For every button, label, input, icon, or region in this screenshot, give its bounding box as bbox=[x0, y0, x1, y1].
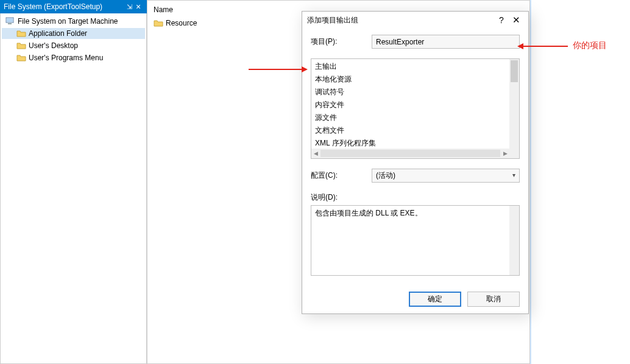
scrollbar-corner bbox=[509, 149, 519, 158]
description-text: 包含由项目生成的 DLL 或 EXE。 bbox=[315, 209, 422, 217]
folder-icon bbox=[16, 54, 26, 62]
tree-item-label: User's Desktop bbox=[29, 41, 78, 50]
output-item[interactable]: XML 序列化程序集 bbox=[314, 137, 507, 149]
list-item-label: Resource bbox=[166, 19, 197, 27]
scrollbar-horizontal[interactable]: ◀ ▶ bbox=[311, 149, 509, 158]
config-combo[interactable]: (活动) ▾ bbox=[372, 169, 520, 183]
add-output-group-dialog: 添加项目输出组 ? ✕ 项目(P): ResultExporter 主输出 本地… bbox=[302, 11, 529, 314]
folder-icon bbox=[154, 19, 163, 27]
help-icon[interactable]: ? bbox=[494, 15, 509, 25]
project-value: ResultExporter bbox=[376, 38, 424, 46]
tree-pane: File System on Target Machine Applicatio… bbox=[0, 13, 147, 364]
output-listbox-inner: 主输出 本地化资源 调试符号 内容文件 源文件 文档文件 XML 序列化程序集 bbox=[311, 59, 509, 149]
description-box: 包含由项目生成的 DLL 或 EXE。 bbox=[311, 205, 520, 276]
description-label: 说明(D): bbox=[311, 192, 520, 203]
scroll-right-icon[interactable]: ▶ bbox=[501, 150, 509, 156]
computer-icon bbox=[5, 17, 15, 26]
config-field-row: 配置(C): (活动) ▾ bbox=[311, 169, 520, 183]
docked-window-titlebar: File System (ExportToolSetup) ⇲ × bbox=[0, 0, 147, 13]
cancel-button-label: 取消 bbox=[486, 294, 501, 304]
ok-button-label: 确定 bbox=[428, 294, 442, 304]
config-label: 配置(C): bbox=[311, 170, 372, 181]
project-field-row: 项目(P): ResultExporter bbox=[311, 35, 520, 49]
pin-icon[interactable]: ⇲ bbox=[125, 3, 133, 11]
output-item[interactable]: 主输出 bbox=[314, 60, 507, 73]
dialog-title: 添加项目输出组 bbox=[307, 15, 494, 26]
scrollbar-vertical[interactable] bbox=[509, 206, 519, 275]
config-value: (活动) bbox=[376, 170, 395, 181]
scrollbar-thumb[interactable] bbox=[511, 60, 518, 82]
tree-item-application-folder[interactable]: Application Folder bbox=[2, 28, 145, 39]
output-item[interactable]: 内容文件 bbox=[314, 99, 507, 111]
scrollbar-vertical[interactable] bbox=[509, 59, 519, 149]
svg-rect-1 bbox=[7, 18, 13, 22]
scroll-left-icon[interactable]: ◀ bbox=[311, 150, 320, 156]
project-combo[interactable]: ResultExporter bbox=[372, 35, 520, 49]
output-item[interactable]: 源文件 bbox=[314, 111, 507, 124]
folder-icon bbox=[16, 41, 26, 50]
output-item[interactable]: 调试符号 bbox=[314, 86, 507, 99]
folder-icon bbox=[16, 29, 26, 38]
dialog-body: 项目(P): ResultExporter 主输出 本地化资源 调试符号 内容文… bbox=[302, 29, 528, 284]
tree-item-label: User's Programs Menu bbox=[29, 54, 103, 62]
output-item[interactable]: 文档文件 bbox=[314, 124, 507, 137]
right-blank-pane bbox=[530, 0, 630, 364]
project-label: 项目(P): bbox=[311, 37, 372, 47]
tree-item-users-programs-menu[interactable]: User's Programs Menu bbox=[2, 52, 145, 63]
docked-window-title: File System (ExportToolSetup) bbox=[4, 2, 125, 11]
close-icon[interactable]: ✕ bbox=[509, 15, 523, 26]
dialog-footer: 确定 取消 bbox=[302, 284, 528, 313]
dialog-titlebar: 添加项目输出组 ? ✕ bbox=[302, 12, 528, 29]
svg-rect-2 bbox=[8, 23, 12, 24]
ok-button[interactable]: 确定 bbox=[409, 292, 461, 307]
scrollbar-track[interactable] bbox=[320, 150, 500, 157]
chevron-down-icon: ▾ bbox=[512, 172, 515, 178]
tree-root[interactable]: File System on Target Machine bbox=[2, 16, 145, 27]
tree-item-users-desktop[interactable]: User's Desktop bbox=[2, 40, 145, 51]
output-item[interactable]: 本地化资源 bbox=[314, 73, 507, 86]
cancel-button[interactable]: 取消 bbox=[467, 292, 520, 307]
tree-item-label: Application Folder bbox=[29, 29, 87, 38]
tree-root-label: File System on Target Machine bbox=[18, 17, 118, 26]
output-listbox[interactable]: 主输出 本地化资源 调试符号 内容文件 源文件 文档文件 XML 序列化程序集 … bbox=[311, 58, 520, 159]
close-icon[interactable]: × bbox=[133, 2, 143, 11]
